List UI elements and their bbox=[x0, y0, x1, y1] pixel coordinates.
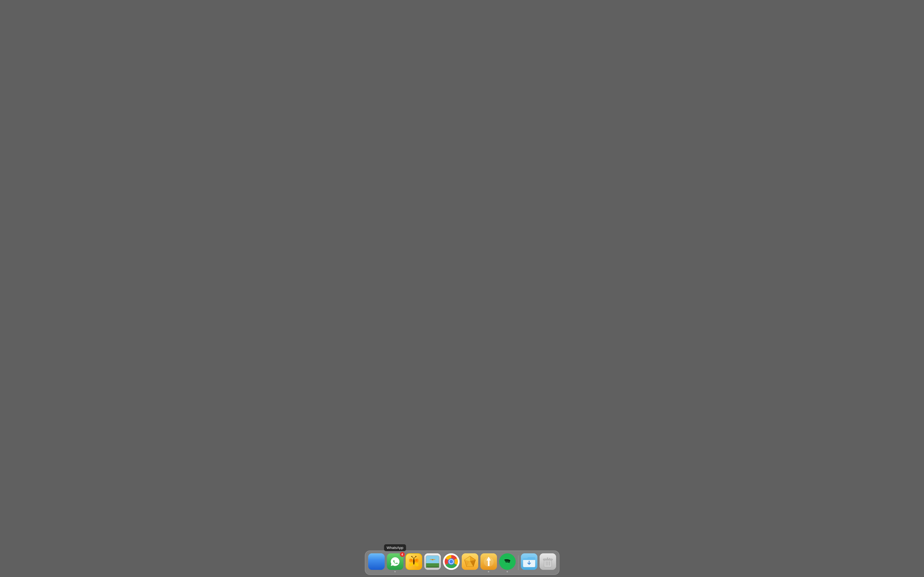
dock-item-downloads[interactable] bbox=[521, 553, 538, 572]
whatsapp-badge: 4 bbox=[400, 552, 405, 557]
dock-item-tes[interactable] bbox=[405, 553, 422, 572]
svg-point-13 bbox=[410, 559, 412, 561]
svg-point-12 bbox=[415, 556, 416, 557]
svg-point-3 bbox=[372, 559, 374, 562]
trash-icon bbox=[540, 553, 556, 570]
tes-icon bbox=[405, 553, 422, 570]
dock-item-spotify[interactable] bbox=[499, 553, 516, 572]
pasta-icon bbox=[480, 553, 497, 570]
pasta-svg bbox=[480, 553, 497, 570]
svg-point-2 bbox=[375, 557, 382, 566]
spotify-icon-wrapper bbox=[499, 553, 516, 570]
svg-point-8 bbox=[413, 559, 415, 565]
svg-point-6 bbox=[379, 560, 380, 561]
spotify-dot bbox=[507, 571, 508, 572]
downloads-svg bbox=[521, 553, 537, 570]
downloads-icon bbox=[521, 553, 537, 570]
svg-point-23 bbox=[449, 560, 453, 564]
dock-item-mail[interactable] bbox=[424, 553, 441, 572]
svg-point-1 bbox=[371, 557, 378, 566]
mail-icon bbox=[424, 553, 441, 570]
spotify-svg bbox=[502, 557, 512, 567]
trash-icon-wrapper bbox=[540, 553, 556, 570]
dock-item-finder[interactable] bbox=[368, 553, 385, 572]
svg-point-5 bbox=[378, 559, 380, 562]
svg-point-11 bbox=[411, 556, 412, 557]
finder-face-svg bbox=[368, 553, 384, 570]
dock: WhatsApp 4 bbox=[365, 551, 559, 575]
spotify-icon bbox=[499, 553, 516, 570]
finder-icon bbox=[368, 553, 384, 570]
chrome-svg bbox=[443, 553, 460, 570]
chrome-icon bbox=[443, 553, 460, 570]
dock-item-pasta[interactable] bbox=[480, 553, 497, 572]
whatsapp-icon-wrapper: 4 bbox=[387, 553, 404, 570]
dock-item-trash[interactable] bbox=[540, 553, 556, 572]
dock-item-whatsapp[interactable]: WhatsApp 4 bbox=[387, 553, 404, 572]
svg-rect-0 bbox=[368, 553, 384, 570]
trash-svg bbox=[540, 553, 556, 570]
dock-container: WhatsApp 4 bbox=[0, 551, 924, 577]
svg-point-32 bbox=[502, 557, 512, 567]
sketch-svg bbox=[462, 553, 478, 570]
dock-separator bbox=[518, 555, 519, 570]
whatsapp-dot bbox=[394, 571, 396, 572]
downloads-icon-wrapper bbox=[521, 553, 538, 570]
pasta-dot bbox=[488, 571, 489, 572]
pasta-icon-wrapper bbox=[480, 553, 497, 570]
sketch-icon bbox=[462, 553, 478, 570]
finder-icon-wrapper bbox=[368, 553, 385, 570]
tes-icon-wrapper bbox=[405, 553, 422, 570]
dock-item-chrome[interactable] bbox=[443, 553, 460, 572]
desktop bbox=[0, 0, 924, 551]
dock-item-sketch[interactable] bbox=[462, 553, 478, 572]
sketch-icon-wrapper bbox=[462, 553, 478, 570]
svg-point-14 bbox=[415, 559, 417, 561]
mail-svg bbox=[424, 553, 441, 570]
chrome-icon-wrapper bbox=[443, 553, 460, 570]
svg-rect-18 bbox=[426, 567, 439, 567]
mail-icon-wrapper bbox=[424, 553, 441, 570]
whatsapp-svg bbox=[390, 556, 401, 567]
butterfly-svg bbox=[406, 554, 422, 569]
svg-point-4 bbox=[373, 560, 374, 561]
